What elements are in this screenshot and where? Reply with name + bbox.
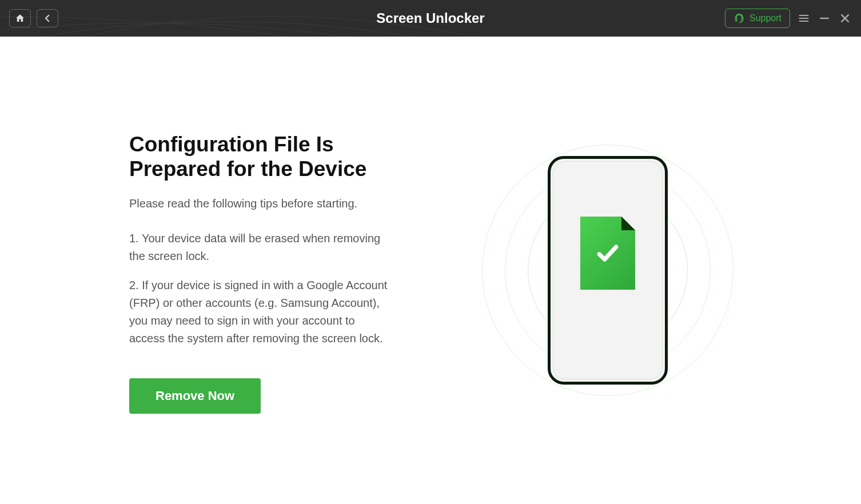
main-content: Configuration File Is Prepared for the D… [0,37,861,504]
document-fold [621,217,635,230]
nav-buttons [9,9,58,27]
back-button[interactable] [37,9,58,27]
menu-button[interactable] [797,11,811,25]
minimize-button[interactable] [818,11,831,25]
phone-icon [548,156,668,385]
minimize-icon [819,13,830,24]
home-icon [15,13,25,23]
tip-2: 2. If your device is signed in with a Go… [129,277,389,347]
hamburger-icon [798,13,810,24]
support-button[interactable]: Support [725,9,790,28]
close-icon [839,13,851,24]
headset-icon [734,13,745,24]
titlebar: Screen Unlocker Support [0,0,861,37]
close-button[interactable] [838,11,852,25]
app-title: Screen Unlocker [376,10,484,26]
checkmark-icon [595,241,620,266]
titlebar-right: Support [725,9,852,28]
page-heading: Configuration File Is Prepared for the D… [129,133,389,181]
content-left: Configuration File Is Prepared for the D… [34,37,389,504]
page-subtitle: Please read the following tips before st… [129,197,389,210]
remove-now-button[interactable]: Remove Now [129,378,261,414]
content-right [389,37,827,504]
tip-1: 1. Your device data will be erased when … [129,230,389,265]
home-button[interactable] [9,9,31,27]
support-label: Support [750,13,782,23]
chevron-left-icon [42,13,53,23]
document-icon [580,217,635,290]
device-illustration [482,145,734,396]
